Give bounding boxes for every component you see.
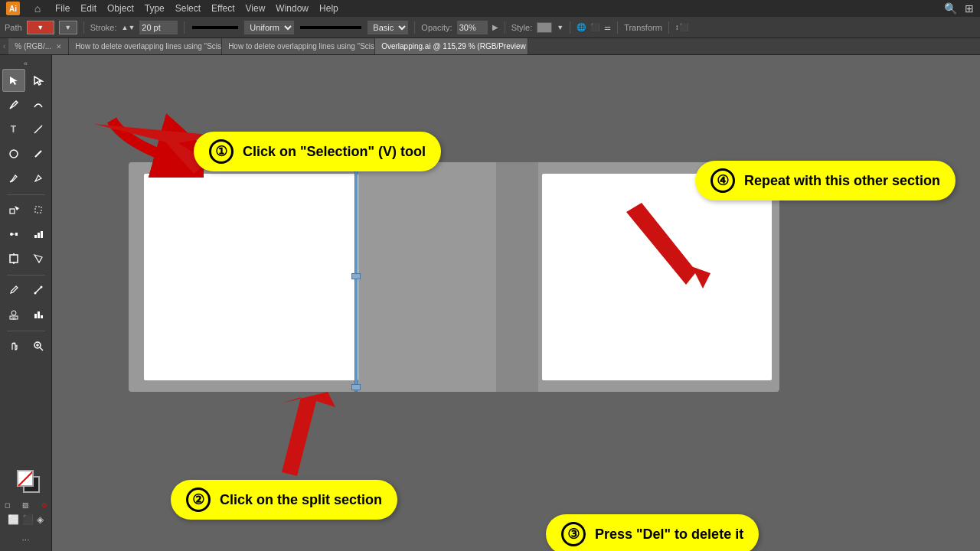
grid-icon[interactable]: ⊞: [965, 2, 974, 15]
bar-chart-tool[interactable]: [27, 303, 50, 326]
measure-tool[interactable]: [27, 279, 50, 302]
opacity-label: Opacity:: [421, 23, 452, 32]
hand-tool[interactable]: [2, 334, 25, 357]
bottom-icons-row: ⬜ ⬛ ◈: [8, 514, 44, 528]
tabs-row: ‹ % (RGB/... ✕ How to delete overlapping…: [0, 38, 980, 55]
zoom-tool[interactable]: [27, 334, 50, 357]
type-tool[interactable]: T: [2, 118, 25, 141]
curvature-tool[interactable]: [27, 93, 50, 116]
tab-2-label: How to delete overlapping lines using "S…: [228, 42, 375, 51]
home-icon: ⌂: [31, 2, 44, 15]
tool-row-8: [2, 247, 50, 270]
stroke-spinner[interactable]: ▲▼: [122, 24, 136, 31]
menu-window[interactable]: Window: [276, 3, 309, 14]
tab-0[interactable]: % (RGB/... ✕: [8, 38, 69, 55]
tab-2[interactable]: How to delete overlapping lines using "S…: [222, 38, 375, 55]
more-tools-button[interactable]: ···: [21, 534, 29, 545]
style-dropdown-arrow[interactable]: ▼: [557, 24, 564, 31]
stroke-value-input[interactable]: [139, 21, 178, 34]
tool-row-2: [2, 93, 50, 116]
path-stroke-swatch[interactable]: ▼: [59, 21, 77, 34]
menu-bar: Ai ⌂ File Edit Object Type Select Effect…: [0, 0, 980, 17]
tab-0-label: % (RGB/...: [15, 42, 51, 51]
slice-tool[interactable]: [27, 247, 50, 270]
transform-options-icon[interactable]: ↕⬛: [675, 23, 688, 31]
opacity-input[interactable]: [457, 21, 488, 34]
tab-0-close[interactable]: ✕: [56, 43, 62, 51]
callout-1-text: Click on "Selection" (V) tool: [243, 144, 426, 160]
style-label: Style:: [511, 23, 533, 32]
selection-tool[interactable]: [2, 69, 25, 92]
tool-row-7: [2, 223, 50, 246]
menu-type[interactable]: Type: [145, 3, 165, 14]
svg-rect-5: [10, 209, 15, 214]
svg-line-26: [40, 347, 43, 350]
align-icons[interactable]: ⚌: [604, 23, 611, 31]
svg-marker-6: [15, 206, 19, 210]
book-left-page: [144, 174, 358, 380]
pencil-tool[interactable]: [2, 167, 25, 190]
globe-icon[interactable]: 🌐: [577, 23, 586, 31]
style-preview[interactable]: [537, 22, 552, 33]
color-swatches[interactable]: [11, 464, 41, 494]
artboard-tool[interactable]: [2, 247, 25, 270]
grid-tool[interactable]: ⊞: [2, 303, 25, 326]
gradient-mode[interactable]: ▨: [18, 499, 34, 511]
eyedropper-tool[interactable]: [2, 279, 25, 302]
column-graph-tool[interactable]: [27, 223, 50, 246]
menu-help[interactable]: Help: [319, 3, 338, 14]
svg-marker-33: [626, 203, 710, 289]
uniform-select[interactable]: Uniform: [244, 21, 294, 34]
svg-rect-24: [41, 315, 43, 318]
menu-edit[interactable]: Edit: [80, 3, 96, 14]
menu-object[interactable]: Object: [107, 3, 134, 14]
tool-row-5: [2, 167, 50, 190]
canvas-area: ① Click on "Selection" (V) tool ② Click …: [52, 55, 980, 551]
panel-toggle[interactable]: «: [24, 58, 28, 69]
draw-back-icon[interactable]: ⬛: [22, 514, 34, 525]
direct-selection-tool[interactable]: [27, 69, 50, 92]
transform-tool[interactable]: [2, 198, 25, 221]
menu-effect[interactable]: Effect: [211, 3, 234, 14]
draw-inside-icon[interactable]: ◈: [37, 514, 44, 525]
opacity-arrow[interactable]: ▶: [492, 23, 498, 31]
callout-3: ③ Press "Del" to delete it: [546, 514, 759, 551]
app-icon: Ai: [6, 2, 20, 15]
tab-1-label: How to delete overlapping lines using "S…: [75, 42, 222, 51]
draw-normal-icon[interactable]: ⬜: [8, 514, 19, 525]
line-tool[interactable]: [27, 118, 50, 141]
menu-select[interactable]: Select: [175, 3, 201, 14]
tool-sep-3: [7, 331, 45, 331]
pen-tool[interactable]: [2, 93, 25, 116]
tool-row-3: T: [2, 118, 50, 141]
book-spine: [496, 162, 538, 392]
path-color-swatch[interactable]: ▼: [27, 21, 54, 34]
normal-mode[interactable]: ◻: [0, 499, 16, 511]
puppet-tool[interactable]: [27, 198, 50, 221]
tab-scroll-left[interactable]: ‹: [0, 42, 8, 51]
svg-line-29: [18, 471, 32, 486]
menu-view[interactable]: View: [246, 3, 266, 14]
callout-4-number: ④: [710, 168, 735, 193]
tab-3[interactable]: Overlapping.ai @ 115,29 % (RGB/Preview ✕: [375, 38, 528, 55]
tab-3-label: Overlapping.ai @ 115,29 % (RGB/Preview: [381, 42, 526, 51]
ellipse-tool[interactable]: [2, 142, 25, 165]
tab-1[interactable]: How to delete overlapping lines using "S…: [69, 38, 222, 55]
svg-point-3: [10, 150, 18, 158]
tool-row-9: [2, 279, 50, 302]
blend-tool[interactable]: [2, 223, 25, 246]
menu-file[interactable]: File: [55, 3, 70, 14]
slash-tool[interactable]: [27, 142, 50, 165]
svg-line-4: [35, 151, 41, 157]
search-icon[interactable]: 🔍: [944, 2, 957, 15]
shaper-tool[interactable]: [27, 167, 50, 190]
callout-3-text: Press "Del" to delete it: [595, 527, 743, 543]
svg-rect-22: [34, 314, 37, 318]
tool-row-1: [2, 69, 50, 92]
basic-select[interactable]: Basic: [368, 21, 408, 34]
tool-row-10: ⊞: [2, 303, 50, 326]
none-mode[interactable]: ⊘: [36, 499, 53, 511]
callout-4-text: Repeat with this other section: [744, 173, 940, 189]
fill-swatch[interactable]: [17, 470, 34, 487]
arrange-icon[interactable]: ⬛: [590, 23, 599, 31]
